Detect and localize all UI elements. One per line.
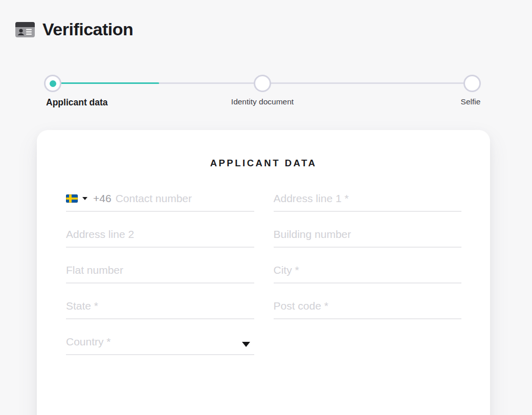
country-select-input[interactable] — [66, 335, 254, 348]
flat-number-field — [66, 264, 254, 283]
country-select-field[interactable] — [66, 335, 254, 355]
page-header: Verification — [15, 19, 133, 39]
step-circle-selfie[interactable] — [463, 75, 481, 92]
dial-code: +46 — [93, 192, 112, 205]
step-label-applicant-data: Applicant data — [46, 97, 108, 108]
city-field — [274, 264, 462, 283]
chevron-down-icon[interactable] — [82, 197, 87, 200]
stepper-progress-bar — [53, 82, 159, 84]
city-input[interactable] — [274, 264, 462, 276]
step-label-identity-document: Identity document — [231, 97, 294, 106]
address-line-2-input[interactable] — [66, 228, 254, 241]
page-title: Verification — [42, 19, 133, 39]
building-number-input[interactable] — [274, 228, 462, 241]
applicant-data-card: APPLICANT DATA +46 — [37, 130, 490, 415]
flat-number-input[interactable] — [66, 264, 254, 276]
card-heading: APPLICANT DATA — [37, 158, 490, 169]
post-code-field — [274, 299, 462, 319]
state-field — [66, 299, 254, 319]
state-input[interactable] — [66, 299, 254, 312]
progress-stepper: Applicant data Identity document Selfie — [44, 75, 481, 111]
sweden-flag-icon[interactable] — [66, 194, 78, 203]
contact-number-field: +46 — [66, 192, 254, 212]
building-number-field — [274, 228, 462, 248]
post-code-input[interactable] — [274, 299, 462, 312]
step-circle-identity-document[interactable] — [254, 75, 271, 92]
address-line-2-field — [66, 228, 254, 248]
address-line-1-input[interactable] — [274, 192, 462, 205]
step-circle-applicant-data[interactable] — [44, 75, 61, 92]
id-card-icon — [15, 22, 35, 37]
step-label-selfie: Selfie — [461, 97, 481, 106]
address-line-1-field — [274, 192, 462, 212]
contact-number-input[interactable] — [116, 192, 254, 205]
step-active-dot — [50, 80, 56, 87]
applicant-data-form: +46 — [66, 192, 461, 355]
